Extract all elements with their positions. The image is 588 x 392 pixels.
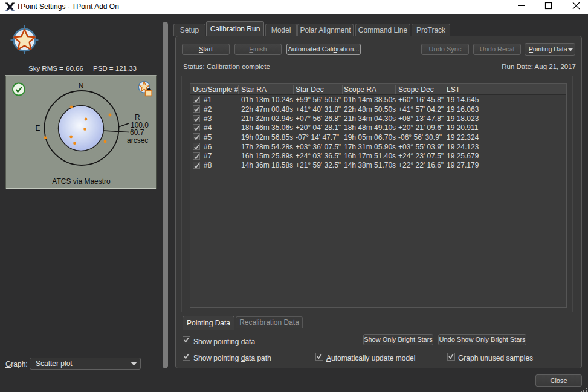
svg-text:60.7: 60.7 [130,128,144,137]
svg-text:E: E [35,124,40,132]
svg-text:N: N [79,82,84,90]
svg-text:ATCS via Maestro: ATCS via Maestro [52,177,111,186]
svg-text:arcsec: arcsec [127,136,148,145]
svg-text:R: R [135,113,140,122]
